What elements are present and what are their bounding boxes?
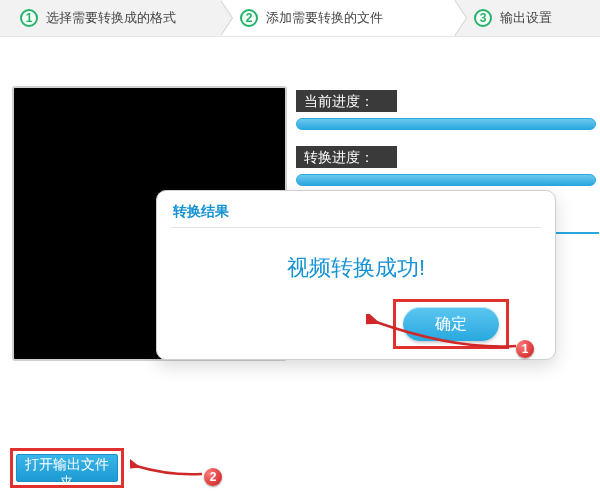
dialog-divider xyxy=(171,227,541,228)
current-progress-bar xyxy=(296,118,596,130)
step-1[interactable]: 1 选择需要转换成的格式 xyxy=(0,0,220,37)
total-progress-label: 转换进度： xyxy=(296,146,397,168)
step-3-label: 输出设置 xyxy=(500,9,552,27)
ok-button[interactable]: 确定 xyxy=(403,307,499,341)
step-bar: 1 选择需要转换成的格式 2 添加需要转换的文件 3 输出设置 4 转 xyxy=(0,0,600,36)
open-output-folder-button[interactable]: 打开输出文件夹 xyxy=(16,454,118,482)
step-3[interactable]: 3 输出设置 xyxy=(454,0,600,37)
result-dialog: 转换结果 视频转换成功! 确定 xyxy=(156,190,556,360)
current-progress-label: 当前进度： xyxy=(296,90,397,112)
step-2-number: 2 xyxy=(240,9,258,27)
dialog-message: 视频转换成功! xyxy=(157,253,555,283)
annotation-arrow-2 xyxy=(130,454,210,482)
step-1-label: 选择需要转换成的格式 xyxy=(46,9,176,27)
step-2-label: 添加需要转换的文件 xyxy=(266,9,383,27)
step-3-number: 3 xyxy=(474,9,492,27)
dialog-title: 转换结果 xyxy=(173,203,229,221)
step-2[interactable]: 2 添加需要转换的文件 xyxy=(220,0,454,37)
connector-line xyxy=(555,232,599,234)
annotation-badge-2: 2 xyxy=(204,468,222,486)
total-progress-bar xyxy=(296,174,596,186)
step-1-number: 1 xyxy=(20,9,38,27)
